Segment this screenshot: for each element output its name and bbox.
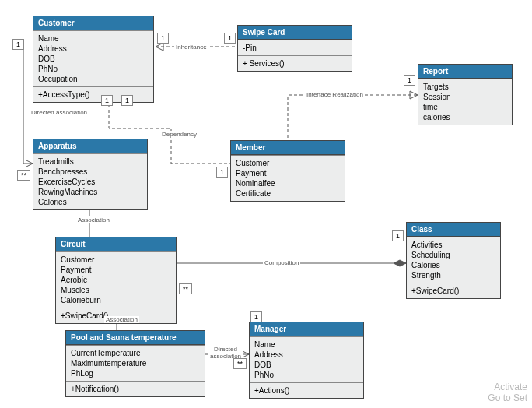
class-title: Pool and Sauna temperature	[66, 331, 205, 345]
attr: Address	[38, 44, 149, 54]
attr: Payment	[61, 265, 171, 275]
op: +Actions()	[254, 385, 359, 396]
label-association: Association	[76, 216, 111, 223]
attr: Name	[254, 339, 359, 350]
mult: 1	[224, 33, 236, 44]
mult: 1	[216, 167, 228, 178]
attr: Treadmills	[38, 157, 142, 167]
mult: 1	[157, 33, 169, 44]
label-association-2: Association	[104, 316, 139, 323]
mult: 1	[121, 95, 133, 106]
class-apparatus[interactable]: Apparatus Treadmills Benchpresses Excerc…	[33, 139, 148, 210]
attr: Aerobic	[61, 275, 171, 285]
mult: **	[17, 170, 30, 181]
mult: **	[233, 358, 247, 369]
class-member[interactable]: Member Customer Payment Nominalfee Certi…	[230, 140, 345, 202]
attr: Certificate	[236, 188, 340, 199]
label-interface-realization: Interface Realization	[305, 91, 365, 98]
mult: 1	[101, 95, 113, 106]
class-title: Circuit	[56, 237, 176, 251]
attr: DOB	[254, 360, 359, 370]
attr: Muscles	[61, 285, 171, 295]
op: +Notification()	[71, 384, 200, 394]
attr: Scheduling	[411, 250, 495, 260]
label-dependency: Dependency	[160, 131, 198, 138]
mult: 1	[404, 75, 415, 86]
attr: Calories	[411, 260, 495, 270]
class-title: Swipe Card	[238, 26, 352, 40]
class-manager[interactable]: Manager Name Address DOB PhNo +Actions()	[249, 322, 364, 399]
class-swipe-card[interactable]: Swipe Card -Pin + Services()	[237, 25, 352, 72]
class-title: Member	[231, 141, 345, 155]
attr: -Pin	[243, 43, 347, 53]
attr: Strength	[411, 270, 495, 280]
mult: 1	[250, 311, 262, 322]
class-title: Customer	[33, 16, 153, 30]
attr: Payment	[236, 168, 340, 178]
op: +SwipeCard()	[411, 286, 495, 296]
class-circuit[interactable]: Circuit Customer Payment Aerobic Muscles…	[55, 237, 177, 324]
class-class[interactable]: Class Activities Scheduling Calories Str…	[406, 222, 501, 299]
label-inheritance: Inheritance	[174, 44, 208, 51]
attr: Calorieburn	[61, 295, 171, 305]
watermark: Activate Go to Set	[488, 382, 527, 403]
attr: time	[423, 102, 507, 112]
attr: Session	[423, 92, 507, 102]
attr: Customer	[236, 158, 340, 168]
op: + Services()	[243, 58, 347, 69]
attr: CurrentTemperature	[71, 348, 200, 358]
attr: Customer	[61, 255, 171, 265]
attr: Address	[254, 350, 359, 360]
attr: Occupation	[38, 74, 149, 84]
class-customer[interactable]: Customer Name Address DOB PhNo Occupatio…	[33, 16, 154, 103]
label-composition: Composition	[263, 259, 300, 266]
mult: **	[179, 283, 192, 294]
class-report[interactable]: Report Targets Session time calories	[418, 64, 513, 125]
attr: PhNo	[254, 370, 359, 380]
attr: Calories	[38, 197, 142, 207]
mult: 1	[392, 230, 404, 241]
attr: Name	[38, 33, 149, 44]
attr: calories	[423, 112, 507, 122]
class-pool-sauna[interactable]: Pool and Sauna temperature CurrentTemper…	[65, 330, 205, 397]
attr: Targets	[423, 82, 507, 92]
attr: PhNo	[38, 64, 149, 74]
attr: Maximumtemperature	[71, 358, 200, 368]
attr: Nominalfee	[236, 178, 340, 188]
attr: RowingMachines	[38, 187, 142, 197]
class-title: Manager	[250, 322, 363, 336]
attr: DOB	[38, 54, 149, 64]
label-directed-association: Directed association	[30, 109, 89, 116]
attr: ExcerciseCycles	[38, 177, 142, 187]
class-title: Apparatus	[33, 139, 147, 153]
attr: Benchpresses	[38, 167, 142, 177]
attr: PhLog	[71, 368, 200, 378]
class-title: Report	[418, 65, 512, 79]
attr: Activities	[411, 240, 495, 250]
mult: 1	[12, 39, 24, 50]
class-title: Class	[407, 223, 500, 237]
